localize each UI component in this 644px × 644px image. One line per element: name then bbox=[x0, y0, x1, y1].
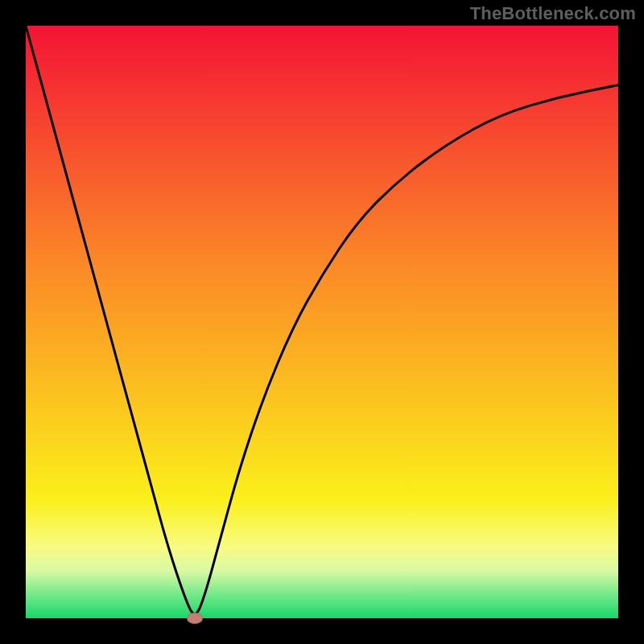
chart-frame: TheBottleneck.com bbox=[0, 0, 644, 644]
plot-area bbox=[26, 26, 618, 618]
optimum-marker bbox=[187, 613, 203, 624]
bottleneck-curve bbox=[26, 26, 618, 618]
watermark-label: TheBottleneck.com bbox=[470, 3, 636, 24]
